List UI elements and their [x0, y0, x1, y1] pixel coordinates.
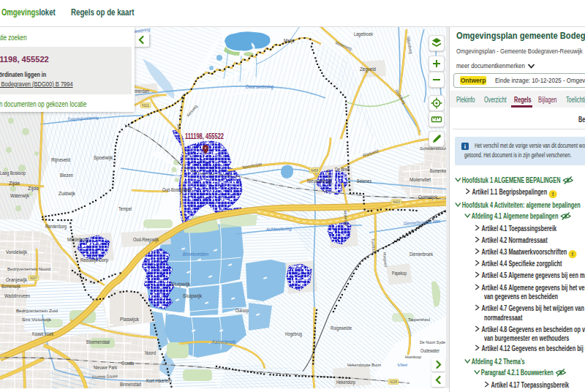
svg-text:Tempel: Tempel — [118, 206, 132, 212]
svg-text:Zijde: Zijde — [9, 181, 20, 186]
svg-text:Gouda: Gouda — [121, 360, 135, 366]
svg-text:Ruigeweide: Ruigeweide — [331, 325, 352, 331]
svg-text:111198, 455522: 111198, 455522 — [185, 132, 224, 140]
svg-text:Oukoop: Oukoop — [235, 308, 249, 314]
svg-text:Kort Haarlem: Kort Haarlem — [146, 378, 172, 383]
svg-text:Noord: Noord — [145, 350, 156, 355]
svg-text:Oudewater: Oudewater — [420, 348, 440, 353]
svg-text:Oud-Bodegraven: Oud-Bodegraven — [162, 187, 192, 193]
svg-text:Hogebrug: Hogebrug — [285, 331, 302, 337]
svg-text:Papekop: Papekop — [392, 271, 407, 276]
svg-text:Zuidwijk: Zuidwijk — [58, 191, 76, 197]
svg-text:Cromwijck: Cromwijck — [418, 195, 438, 200]
svg-text:Hekendorp: Hekendorp — [336, 380, 355, 385]
svg-text:Hekendorpse Buurt: Hekendorpse Buurt — [347, 363, 381, 367]
svg-text:De Noort Syde: De Noort Syde — [420, 340, 446, 344]
svg-text:Rijneveld: Rijneveld — [51, 157, 70, 163]
svg-text:Bedrijventerrein Noord: Bedrijventerrein Noord — [7, 267, 50, 271]
svg-text:Bedrijventerrein Zuid: Bedrijventerrein Zuid — [16, 309, 58, 313]
svg-text:Middelburg: Middelburg — [67, 237, 88, 243]
svg-text:Reeuwijk-Dorp: Reeuwijk-Dorp — [80, 257, 108, 263]
svg-text:Zegveld: Zegveld — [360, 67, 376, 72]
svg-text:Oud-Reeuwijk: Oud-Reeuwijk — [133, 237, 159, 243]
svg-text:Bloemendaal: Bloemendaal — [86, 339, 110, 344]
svg-text:N207: N207 — [30, 276, 37, 280]
svg-text:Molenvliet: Molenvliet — [410, 177, 431, 182]
svg-text:N420: N420 — [393, 200, 400, 204]
svg-text:Binnenstad: Binnenstad — [120, 382, 141, 387]
svg-text:Kalverbroek: Kalverbroek — [212, 339, 236, 344]
svg-text:Nieuwe Park: Nieuwe Park — [94, 365, 118, 370]
svg-text:N458: N458 — [311, 168, 318, 173]
svg-text:Tappersheul: Tappersheul — [408, 317, 430, 322]
svg-text:Bomenwijk: Bomenwijk — [1, 284, 21, 290]
svg-text:Sluipwijk: Sluipwijk — [183, 293, 203, 299]
svg-text:Spoelwijk: Spoelwijk — [94, 155, 113, 161]
svg-text:Vliet: Vliet — [397, 363, 407, 367]
svg-text:Sint-Victorwijk: Sint-Victorwijk — [22, 317, 52, 322]
svg-text:Meije: Meije — [284, 38, 295, 44]
svg-text:Vondelwijk: Vondelwijk — [6, 249, 28, 255]
svg-text:N228: N228 — [390, 380, 397, 384]
svg-text:Laag Boskoop: Laag Boskoop — [0, 170, 26, 176]
svg-text:Hoenkoop: Hoenkoop — [405, 355, 422, 359]
svg-text:Randenburg: Randenburg — [45, 224, 67, 230]
svg-text:Lagebroek: Lagebroek — [354, 31, 374, 37]
svg-text:Sluipwijk: Sluipwijk — [171, 282, 191, 287]
svg-text:Bekenes: Bekenes — [357, 178, 372, 184]
svg-text:Oranjewijk: Oranjewijk — [6, 277, 28, 283]
svg-text:Kouwe Hoek: Kouwe Hoek — [32, 331, 54, 336]
svg-text:Plaswijck: Plaswijck — [120, 317, 140, 323]
svg-text:Waterwijk: Waterwijk — [10, 193, 30, 199]
svg-text:Waddinxveen: Waddinxveen — [4, 293, 30, 298]
svg-text:De Bree: De Bree — [335, 167, 350, 172]
svg-text:Diemerbroek: Diemerbroek — [410, 252, 434, 257]
svg-text:Nieuwerbrug: Nieuwerbrug — [307, 178, 331, 184]
svg-text:Biezen: Biezen — [60, 173, 73, 178]
svg-text:Broekvelden: Broekvelden — [183, 252, 208, 257]
svg-text:N11: N11 — [142, 103, 149, 108]
svg-text:Dam: Dam — [176, 124, 181, 129]
svg-text:Dwarswetering: Dwarswetering — [246, 84, 273, 90]
svg-text:Zijde: Zijde — [28, 186, 39, 192]
